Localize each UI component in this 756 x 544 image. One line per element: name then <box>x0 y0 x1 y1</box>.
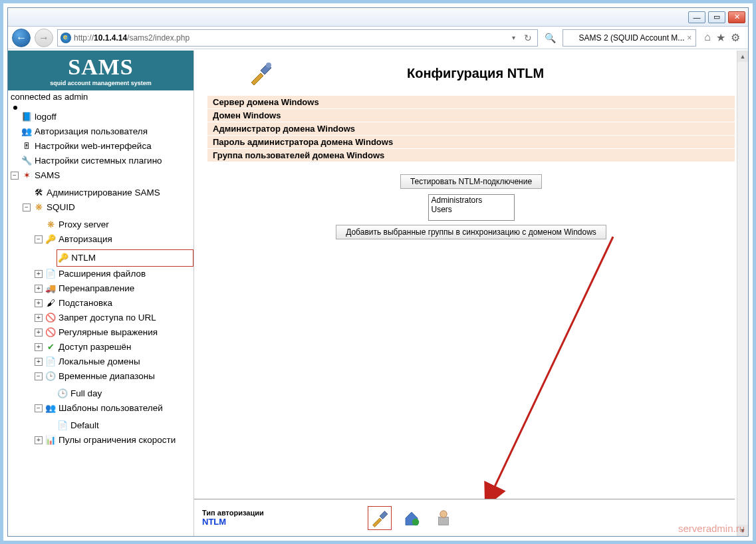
expand-icon[interactable]: + <box>35 299 43 307</box>
wrench-screwdriver-icon <box>247 60 274 86</box>
browser-tab[interactable]: SAMS 2 (SQUID Account M... × <box>563 29 697 47</box>
test-ntlm-button[interactable]: Тестировать NTLM-подключение <box>400 174 542 189</box>
page-title: Конфигурация NTLM <box>407 66 544 81</box>
expand-icon[interactable]: + <box>35 343 43 351</box>
expand-icon[interactable]: − <box>35 235 43 243</box>
window-titlebar: — ▭ ✕ <box>8 8 748 27</box>
url-dropdown-icon[interactable]: ▾ <box>512 34 521 41</box>
brand-name: SAMS <box>8 55 193 80</box>
sidebar: SAMS squid account management system con… <box>8 51 194 536</box>
tab-favicon <box>567 33 576 43</box>
url-field[interactable]: http://10.1.4.14/sams2/index.php ▾ ↻ <box>57 29 538 47</box>
tree-item-user-auth[interactable]: 👥Авторизация пользователя <box>21 124 148 139</box>
tree-item-local-domains[interactable]: 📄Локальные домены <box>45 354 140 369</box>
tree-item-full-day[interactable]: 🕒Full day <box>57 386 102 401</box>
svg-line-1 <box>493 237 613 489</box>
tree-item-regex[interactable]: 🚫Регулярные выражения <box>45 325 158 340</box>
browser-window: — ▭ ✕ ← → http://10.1.4.14/sams2/index.p… <box>7 7 749 537</box>
expand-icon[interactable]: + <box>35 314 43 322</box>
watermark: serveradmin.ru <box>678 523 745 534</box>
expand-icon[interactable]: + <box>35 358 43 366</box>
search-icon[interactable]: 🔍 <box>545 33 556 43</box>
tree-item-sams[interactable]: ✶SAMS <box>21 168 60 183</box>
expand-icon[interactable]: − <box>23 204 31 211</box>
tree-item-file-ext[interactable]: 📄Расширения файлов <box>45 267 146 281</box>
tools-icon[interactable]: ⚙ <box>731 31 740 44</box>
nav-tree: 📘logoff 👥Авторизация пользователя 🎚Настр… <box>8 103 193 536</box>
field-password: Пароль администратора домена Windows <box>207 136 735 149</box>
address-bar: ← → http://10.1.4.14/sams2/index.php ▾ ↻… <box>8 27 748 49</box>
users-icon[interactable] <box>432 506 455 530</box>
tree-item-redirect[interactable]: 🚚Перенаправление <box>45 281 134 296</box>
url-text: http://10.1.4.14/sams2/index.php <box>74 33 512 43</box>
favorites-icon[interactable]: ★ <box>716 31 725 44</box>
svg-point-2 <box>412 518 419 525</box>
tree-item-default[interactable]: 📄Default <box>57 418 99 433</box>
auth-type-label: Тип авторизации <box>202 509 264 517</box>
tree-item-logoff[interactable]: 📘logoff <box>21 110 57 124</box>
minimize-button[interactable]: — <box>688 11 705 23</box>
field-group: Группа пользователей домена Windows <box>207 149 735 162</box>
svg-rect-3 <box>438 517 448 525</box>
svg-point-4 <box>440 510 447 517</box>
brand-header: SAMS squid account management system <box>8 51 193 90</box>
tree-item-sys-plugins[interactable]: 🔧Настройки системных плагино <box>21 154 162 168</box>
field-admin: Администратор домена Windows <box>207 122 735 136</box>
expand-icon[interactable]: + <box>35 436 43 444</box>
tree-item-subst[interactable]: 🖌Подстановка <box>45 296 112 311</box>
tab-close-icon[interactable]: × <box>687 33 692 43</box>
tree-item-time-ranges[interactable]: 🕒Временные диапазоны <box>45 369 155 384</box>
vertical-scrollbar[interactable]: ▲ ▼ <box>737 51 748 536</box>
field-server: Сервер домена Windows <box>207 96 735 109</box>
tree-item-ntlm[interactable]: 🔑NTLM <box>57 249 193 267</box>
home-icon[interactable]: ⌂ <box>704 31 711 44</box>
expand-icon[interactable]: + <box>35 270 43 278</box>
maximize-button[interactable]: ▭ <box>708 11 725 23</box>
add-groups-button[interactable]: Добавить выбранные группы в синхронизаци… <box>336 225 606 239</box>
tree-item-authorization[interactable]: 🔑Авторизация <box>45 232 112 247</box>
forward-button[interactable]: → <box>35 29 53 47</box>
list-item[interactable]: Users <box>432 205 511 214</box>
close-button[interactable]: ✕ <box>728 11 745 23</box>
bottom-toolbar: Тип авторизации NTLM <box>194 499 735 536</box>
tree-item-allow[interactable]: ✔Доступ разрешён <box>45 340 132 354</box>
tree-item-deny-url[interactable]: 🚫Запрет доступа по URL <box>45 311 156 325</box>
expand-icon[interactable]: + <box>35 285 43 293</box>
tree-item-admin-sams[interactable]: 🛠Администрирование SAMS <box>33 186 160 200</box>
svg-point-0 <box>266 63 271 68</box>
field-domain: Домен Windows <box>207 109 735 122</box>
home-config-icon[interactable] <box>400 506 424 530</box>
ie-icon <box>61 33 71 43</box>
config-icon[interactable] <box>368 506 392 530</box>
tree-item-proxy[interactable]: ❋Proxy server <box>45 217 109 232</box>
auth-type-value: NTLM <box>202 517 264 527</box>
main-content: Конфигурация NTLM Сервер домена Windows … <box>194 51 748 536</box>
back-button[interactable]: ← <box>12 29 31 47</box>
list-item[interactable]: Administrators <box>432 196 511 205</box>
tree-item-user-templates[interactable]: 👥Шаблоны пользователей <box>45 401 163 416</box>
annotation-arrow-icon <box>447 223 620 536</box>
tab-title: SAMS 2 (SQUID Account M... <box>579 33 685 43</box>
scroll-up-icon[interactable]: ▲ <box>737 51 748 62</box>
tree-item-web-settings[interactable]: 🎚Настройки web-интерфейса <box>21 139 152 154</box>
tree-item-speed-pools[interactable]: 📊Пулы ограничения скорости <box>45 433 176 448</box>
brand-subtitle: squid account management system <box>8 80 193 89</box>
expand-icon[interactable]: − <box>35 372 43 380</box>
expand-icon[interactable]: + <box>35 329 43 337</box>
expand-icon[interactable]: − <box>11 172 19 180</box>
expand-icon[interactable]: − <box>35 404 43 412</box>
groups-listbox[interactable]: Administrators Users <box>428 194 515 221</box>
refresh-icon[interactable]: ↻ <box>524 33 532 43</box>
tree-item-squid[interactable]: ❋SQUID <box>33 200 75 215</box>
connection-status: connected as admin <box>8 90 193 103</box>
